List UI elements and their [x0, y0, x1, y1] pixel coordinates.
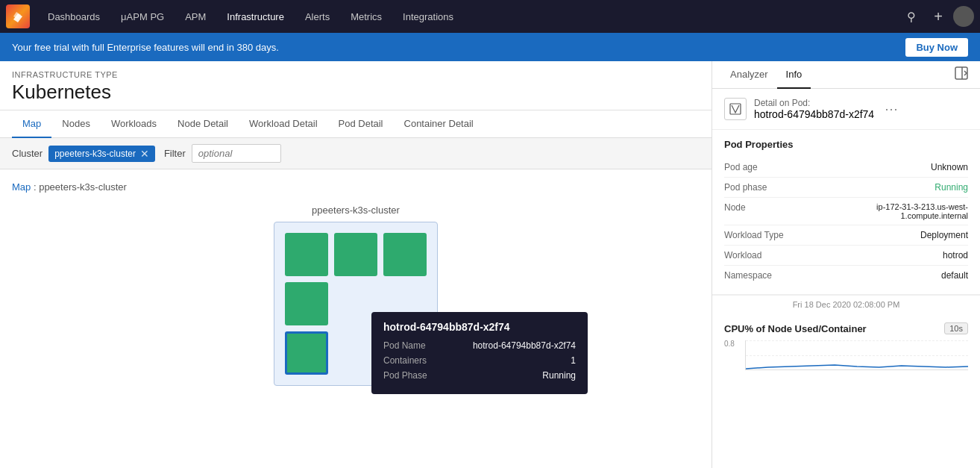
- prop-key-workload: Workload: [724, 250, 761, 260]
- tooltip-title: hotrod-64794bb87d-x2f74: [383, 321, 576, 333]
- cluster-tag-value: ppeeters-k3s-cluster: [54, 149, 136, 159]
- tab-node-detail[interactable]: Node Detail: [167, 110, 239, 138]
- pod-properties-title: Pod Properties: [724, 139, 968, 150]
- cluster-viz: ppeeters-k3s-cluster hot: [12, 205, 700, 386]
- tooltip-containers-label: Containers: [383, 355, 427, 366]
- page-header: Infrastructure Type Kubernetes: [0, 61, 712, 110]
- breadcrumb-map-link[interactable]: Map: [12, 181, 31, 193]
- prop-val-workload: hotrod: [943, 250, 968, 260]
- timestamp-text: Fri 18 Dec 2020 02:08:00 PM: [793, 300, 900, 309]
- prop-val-node: ip-172-31-3-213.us-west-1.compute.intern…: [819, 202, 968, 220]
- tooltip-row-podphase: Pod Phase Running: [383, 370, 576, 381]
- panel-tab-analyzer[interactable]: Analyzer: [721, 61, 777, 89]
- chart-gridline-2: [746, 355, 968, 356]
- pod-tooltip: hotrod-64794bb87d-x2f74 Pod Name hotrod-…: [371, 312, 588, 394]
- pod-cell-4[interactable]: [285, 282, 328, 325]
- cpu-title: CPU% of Node Used/Container: [724, 323, 938, 334]
- top-nav: Dashboards μAPM PG APM Infrastructure Al…: [0, 0, 980, 33]
- nav-infrastructure[interactable]: Infrastructure: [218, 7, 293, 27]
- pod-cell-3[interactable]: [383, 233, 427, 276]
- trial-banner: Your free trial with full Enterprise fea…: [0, 33, 980, 61]
- prop-row-node: Node ip-172-31-3-213.us-west-1.compute.i…: [724, 198, 968, 225]
- pod-properties-section: Pod Properties Pod age Unknown Pod phase…: [712, 130, 980, 295]
- prop-row-workload-type: Workload Type Deployment: [724, 225, 968, 246]
- prop-key-pod-phase: Pod phase: [724, 182, 767, 193]
- tooltip-podname-label: Pod Name: [383, 340, 426, 351]
- pod-detail-label: Detail on Pod:: [754, 98, 874, 108]
- pod-cell-7-active[interactable]: [285, 331, 328, 375]
- svg-rect-0: [955, 67, 967, 79]
- prop-key-pod-age: Pod age: [724, 162, 758, 172]
- panel-tab-info[interactable]: Info: [777, 61, 811, 89]
- panel-expand-icon[interactable]: [952, 63, 971, 86]
- pod-detail-title: Detail on Pod: hotrod-64794bb87d-x2f74: [754, 98, 874, 120]
- cpu-chart-area: 0.8: [724, 340, 968, 378]
- infra-type-label: Infrastructure Type: [12, 70, 700, 79]
- prop-val-namespace: default: [941, 270, 968, 281]
- right-panel: Analyzer Info Detail on Pod:: [712, 61, 980, 468]
- add-icon[interactable]: +: [926, 4, 950, 30]
- left-content: Infrastructure Type Kubernetes Map Nodes…: [0, 61, 712, 468]
- breadcrumb: Map : ppeeters-k3s-cluster: [12, 181, 700, 193]
- timestamp-row: Fri 18 Dec 2020 02:08:00 PM: [712, 295, 980, 313]
- pod-icon-box: [724, 98, 747, 120]
- prop-row-workload: Workload hotrod: [724, 246, 968, 266]
- tab-workloads[interactable]: Workloads: [101, 110, 167, 138]
- pod-cell-1[interactable]: [285, 233, 328, 276]
- prop-row-pod-age: Pod age Unknown: [724, 157, 968, 178]
- prop-val-pod-age: Unknown: [931, 162, 968, 172]
- prop-key-workload-type: Workload Type: [724, 230, 784, 240]
- nav-metrics[interactable]: Metrics: [342, 7, 391, 27]
- pod-cell-2[interactable]: [334, 233, 377, 276]
- tooltip-row-containers: Containers 1: [383, 355, 576, 366]
- nav-uapm[interactable]: μAPM PG: [112, 7, 173, 27]
- filter-bar: Cluster ppeeters-k3s-cluster ✕ Filter: [0, 138, 712, 169]
- prop-val-workload-type: Deployment: [920, 230, 968, 240]
- chart-line-area: [745, 340, 968, 370]
- filter-input[interactable]: [192, 144, 281, 163]
- prop-row-pod-phase: Pod phase Running: [724, 178, 968, 198]
- user-avatar[interactable]: [953, 6, 974, 27]
- prop-row-namespace: Namespace default: [724, 266, 968, 285]
- tab-workload-detail[interactable]: Workload Detail: [239, 110, 328, 138]
- splunk-logo[interactable]: [6, 4, 30, 28]
- nav-apm[interactable]: APM: [176, 7, 215, 27]
- chart-gridline-1: [746, 340, 968, 341]
- cluster-label: Cluster: [12, 148, 43, 159]
- cluster-tag-remove[interactable]: ✕: [140, 148, 149, 160]
- cpu-header: CPU% of Node Used/Container 10s: [724, 322, 968, 334]
- prop-val-pod-phase: Running: [935, 182, 968, 193]
- cpu-chart: 0.8: [724, 340, 968, 385]
- tooltip-podphase-label: Pod Phase: [383, 370, 427, 381]
- cpu-section: CPU% of Node Used/Container 10s 0.8: [712, 313, 980, 394]
- trial-banner-text: Your free trial with full Enterprise fea…: [12, 42, 905, 53]
- tooltip-podname-val: hotrod-64794bb87d-x2f74: [473, 340, 576, 351]
- map-area: Map : ppeeters-k3s-cluster ppeeters-k3s-…: [0, 169, 712, 398]
- search-icon[interactable]: ⚲: [899, 5, 923, 28]
- prop-key-node: Node: [724, 202, 746, 213]
- cluster-box: hotrod-64794bb87d-x2f74 Pod Name hotrod-…: [274, 222, 438, 386]
- tooltip-row-podname: Pod Name hotrod-64794bb87d-x2f74: [383, 340, 576, 351]
- cpu-badge: 10s: [944, 322, 968, 334]
- buy-now-button[interactable]: Buy Now: [905, 38, 968, 57]
- prop-key-namespace: Namespace: [724, 270, 772, 281]
- breadcrumb-cluster: ppeeters-k3s-cluster: [39, 181, 127, 193]
- tab-map[interactable]: Map: [12, 110, 51, 138]
- tooltip-containers-val: 1: [571, 355, 576, 366]
- cluster-viz-label: ppeeters-k3s-cluster: [312, 205, 400, 216]
- tab-container-detail[interactable]: Container Detail: [394, 110, 484, 138]
- tooltip-podphase-val: Running: [542, 370, 576, 381]
- cpu-y-label: 0.8: [724, 340, 735, 348]
- pod-detail-name: hotrod-64794bb87d-x2f74: [754, 108, 874, 120]
- main-layout: Infrastructure Type Kubernetes Map Nodes…: [0, 61, 980, 468]
- tab-nodes[interactable]: Nodes: [51, 110, 101, 138]
- pod-more-options[interactable]: ⋯: [885, 101, 898, 117]
- tab-bar: Map Nodes Workloads Node Detail Workload…: [0, 110, 712, 138]
- nav-integrations[interactable]: Integrations: [394, 7, 462, 27]
- nav-alerts[interactable]: Alerts: [296, 7, 339, 27]
- nav-dashboards[interactable]: Dashboards: [39, 7, 109, 27]
- filter-label: Filter: [164, 148, 186, 159]
- panel-tabs: Analyzer Info: [712, 61, 980, 89]
- pod-detail-header: Detail on Pod: hotrod-64794bb87d-x2f74 ⋯: [712, 89, 980, 130]
- tab-pod-detail[interactable]: Pod Detail: [328, 110, 394, 138]
